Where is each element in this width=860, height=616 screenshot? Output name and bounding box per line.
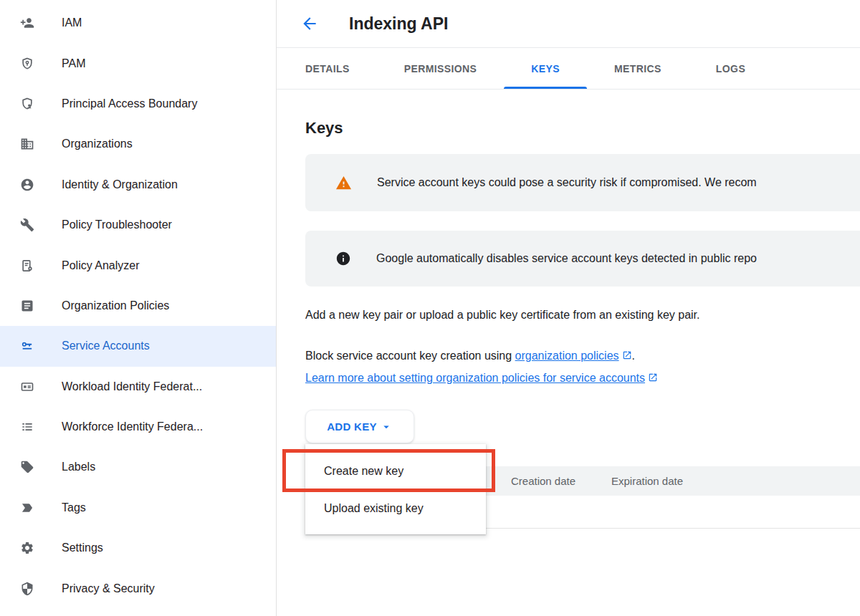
sidebar-item-label: Organization Policies [62,299,169,312]
page-header: Indexing API [277,0,860,48]
warning-banner-text: Service account keys could pose a securi… [377,176,757,189]
gcp-console: IAM PAM Principal Access Boundary Organi… [0,0,860,616]
sidebar-item-label: Identity & Organization [62,178,178,191]
sidebar-item-label: Organizations [62,138,133,150]
sidebar-item-policy-analyzer[interactable]: Policy Analyzer [0,245,276,285]
tab-details[interactable]: DETAILS [278,48,377,89]
warning-triangle-icon [335,175,352,191]
sidebar-item-labels[interactable]: Labels [0,447,276,487]
badge-icon [20,380,34,394]
gear-icon [20,541,34,555]
section-heading: Keys [305,119,343,138]
sidebar-item-label: PAM [62,57,85,70]
sidebar-item-label: Labels [62,461,95,473]
building-icon [20,137,34,151]
sidebar-item-privacy-security[interactable]: Privacy & Security [0,568,276,608]
sidebar-item-iam[interactable]: IAM [0,3,276,43]
add-key-dropdown-menu: Create new key Upload existing key [305,444,486,534]
block-text-prefix: Block service account key creation using [305,350,515,362]
sidebar-item-settings[interactable]: Settings [0,528,276,568]
tab-permissions[interactable]: PERMISSIONS [377,48,505,89]
service-account-key-icon [20,339,34,353]
block-text-suffix: . [632,350,635,362]
sidebar-item-label: Tags [62,501,86,514]
document-gear-icon [20,259,34,273]
add-key-button[interactable]: ADD KEY [305,410,414,443]
sidebar-item-label: Workload Identity Federat... [62,380,202,393]
sidebar-item-label: Workforce Identity Federa... [62,420,203,433]
learn-more-line: Learn more about setting organization po… [305,372,658,385]
sidebar-item-pam[interactable]: PAM [0,43,276,83]
warning-banner: Service account keys could pose a securi… [305,154,860,211]
back-arrow-icon[interactable] [300,14,319,33]
external-link-icon [645,372,658,384]
person-circle-icon [20,178,34,192]
sidebar-item-label: Policy Troubleshooter [62,218,172,231]
menu-item-upload-existing-key[interactable]: Upload existing key [305,490,486,527]
tab-bar: DETAILS PERMISSIONS KEYS METRICS LOGS [277,48,860,90]
wrench-icon [20,218,34,232]
page-title: Indexing API [349,14,448,34]
chevron-down-icon [380,420,393,433]
sidebar-item-tags[interactable]: Tags [0,488,276,528]
tab-keys[interactable]: KEYS [504,48,587,89]
sidebar-item-label: Policy Analyzer [62,259,140,272]
article-icon [20,299,34,313]
sidebar-item-service-accounts[interactable]: Service Accounts [0,326,276,366]
menu-item-create-new-key[interactable]: Create new key [305,453,486,490]
sidebar-item-label: Settings [62,542,103,554]
info-banner-text: Google automatically disables service ac… [376,252,757,265]
sidebar-item-label: Principal Access Boundary [62,97,197,110]
organization-policies-link[interactable]: organization policies [515,350,619,362]
iam-admin-sidebar: IAM PAM Principal Access Boundary Organi… [0,0,277,616]
sidebar-item-identity-organization[interactable]: Identity & Organization [0,165,276,205]
sidebar-item-label: Privacy & Security [62,582,155,595]
column-header-expiration-date: Expiration date [611,466,683,496]
column-header-creation-date: Creation date [511,466,575,496]
info-banner: Google automatically disables service ac… [305,231,860,287]
tab-logs[interactable]: LOGS [689,48,773,89]
shield-key-icon [20,57,34,71]
list-icon [20,420,34,434]
block-key-creation-text: Block service account key creation using… [305,350,635,362]
sidebar-item-policy-troubleshooter[interactable]: Policy Troubleshooter [0,205,276,245]
add-key-button-label: ADD KEY [327,420,377,433]
info-icon [335,251,351,266]
learn-more-link[interactable]: Learn more about setting organization po… [305,372,645,384]
tag-icon [20,460,34,474]
sidebar-item-organization-policies[interactable]: Organization Policies [0,286,276,326]
sidebar-item-label: Service Accounts [62,340,150,352]
tab-metrics[interactable]: METRICS [587,48,689,89]
sidebar-item-workforce-identity-federation[interactable]: Workforce Identity Federa... [0,407,276,447]
shield-half-icon [20,582,34,596]
shield-person-icon [20,97,34,111]
intro-text: Add a new key pair or upload a public ke… [305,309,700,322]
label-arrow-icon [20,501,34,515]
sidebar-item-label: IAM [62,16,82,29]
external-link-icon [619,350,632,362]
service-account-detail-panel: Indexing API DETAILS PERMISSIONS KEYS ME… [277,0,860,616]
sidebar-item-principal-access-boundary[interactable]: Principal Access Boundary [0,84,276,124]
sidebar-item-organizations[interactable]: Organizations [0,124,276,164]
sidebar-item-workload-identity-federation[interactable]: Workload Identity Federat... [0,367,276,407]
person-add-icon [20,16,34,30]
